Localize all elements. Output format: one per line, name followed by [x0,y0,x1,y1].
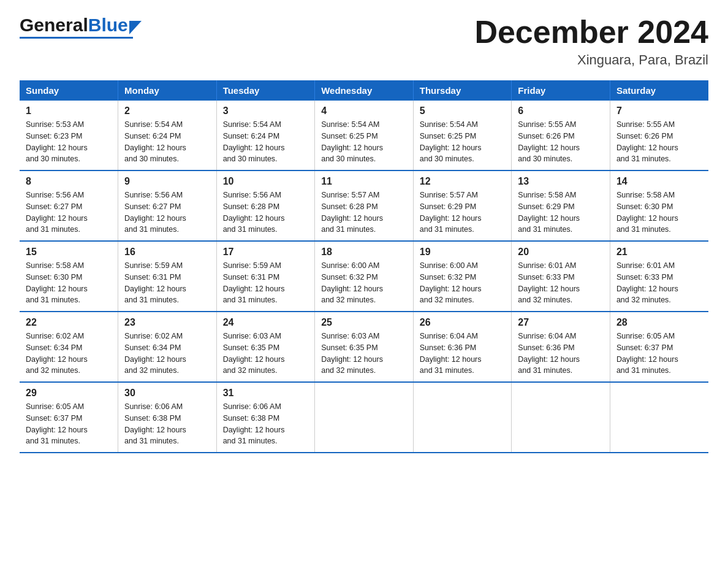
day-number: 3 [223,105,309,117]
day-number: 15 [26,247,112,258]
day-number: 25 [321,317,407,328]
day-cell: 31Sunrise: 6:06 AM Sunset: 6:38 PM Dayli… [216,382,315,453]
day-cell: 22Sunrise: 6:02 AM Sunset: 6:34 PM Dayli… [20,312,118,382]
day-cell: 6Sunrise: 5:55 AM Sunset: 6:26 PM Daylig… [512,101,610,170]
logo-general: General [20,15,88,36]
day-cell: 9Sunrise: 5:56 AM Sunset: 6:27 PM Daylig… [118,170,217,241]
day-info: Sunrise: 5:53 AM Sunset: 6:23 PM Dayligh… [26,119,112,165]
day-number: 23 [124,317,210,328]
title-area: December 2024 Xinguara, Para, Brazil [474,15,708,68]
day-number: 4 [321,105,407,117]
day-number: 18 [321,247,407,258]
main-title: December 2024 [474,15,708,50]
day-cell: 17Sunrise: 5:59 AM Sunset: 6:31 PM Dayli… [216,241,315,312]
day-number: 26 [420,317,506,328]
day-number: 17 [223,247,309,258]
col-sunday: Sunday [20,80,118,101]
col-thursday: Thursday [413,80,512,101]
day-number: 30 [124,388,210,399]
day-info: Sunrise: 5:58 AM Sunset: 6:30 PM Dayligh… [616,190,702,236]
page-header: General Blue December 2024 Xinguara, Par… [20,15,708,68]
day-cell: 16Sunrise: 5:59 AM Sunset: 6:31 PM Dayli… [118,241,217,312]
day-info: Sunrise: 5:57 AM Sunset: 6:29 PM Dayligh… [420,190,506,236]
logo-blue-text: Blue [88,15,128,36]
day-info: Sunrise: 5:58 AM Sunset: 6:30 PM Dayligh… [26,260,112,306]
day-info: Sunrise: 5:58 AM Sunset: 6:29 PM Dayligh… [518,190,604,236]
day-number: 7 [616,105,702,117]
day-number: 28 [616,317,702,328]
day-cell: 18Sunrise: 6:00 AM Sunset: 6:32 PM Dayli… [315,241,414,312]
day-cell: 15Sunrise: 5:58 AM Sunset: 6:30 PM Dayli… [20,241,118,312]
day-cell: 2Sunrise: 5:54 AM Sunset: 6:24 PM Daylig… [118,101,217,170]
day-info: Sunrise: 6:00 AM Sunset: 6:32 PM Dayligh… [321,260,407,306]
day-cell: 8Sunrise: 5:56 AM Sunset: 6:27 PM Daylig… [20,170,118,241]
day-cell: 20Sunrise: 6:01 AM Sunset: 6:33 PM Dayli… [512,241,610,312]
day-cell: 11Sunrise: 5:57 AM Sunset: 6:28 PM Dayli… [315,170,414,241]
day-info: Sunrise: 6:00 AM Sunset: 6:32 PM Dayligh… [420,260,506,306]
day-cell: 30Sunrise: 6:06 AM Sunset: 6:38 PM Dayli… [118,382,217,453]
calendar-table: Sunday Monday Tuesday Wednesday Thursday… [20,80,708,453]
day-cell: 13Sunrise: 5:58 AM Sunset: 6:29 PM Dayli… [512,170,610,241]
day-number: 9 [124,176,210,187]
day-cell [315,382,414,453]
day-info: Sunrise: 5:55 AM Sunset: 6:26 PM Dayligh… [616,119,702,165]
day-number: 11 [321,176,407,187]
calendar-header: Sunday Monday Tuesday Wednesday Thursday… [20,80,708,101]
day-cell: 19Sunrise: 6:00 AM Sunset: 6:32 PM Dayli… [413,241,512,312]
day-info: Sunrise: 5:56 AM Sunset: 6:27 PM Dayligh… [26,190,112,236]
day-number: 19 [420,247,506,258]
logo-arrow-icon [129,21,142,34]
day-info: Sunrise: 5:54 AM Sunset: 6:24 PM Dayligh… [124,119,210,165]
day-info: Sunrise: 5:59 AM Sunset: 6:31 PM Dayligh… [223,260,309,306]
day-cell: 23Sunrise: 6:02 AM Sunset: 6:34 PM Dayli… [118,312,217,382]
day-cell: 12Sunrise: 5:57 AM Sunset: 6:29 PM Dayli… [413,170,512,241]
day-info: Sunrise: 6:05 AM Sunset: 6:37 PM Dayligh… [26,401,112,447]
day-info: Sunrise: 6:01 AM Sunset: 6:33 PM Dayligh… [616,260,702,306]
day-info: Sunrise: 6:05 AM Sunset: 6:37 PM Dayligh… [616,331,702,377]
day-info: Sunrise: 6:04 AM Sunset: 6:36 PM Dayligh… [420,331,506,377]
col-monday: Monday [118,80,217,101]
day-cell: 28Sunrise: 6:05 AM Sunset: 6:37 PM Dayli… [610,312,708,382]
col-wednesday: Wednesday [315,80,414,101]
day-cell: 27Sunrise: 6:04 AM Sunset: 6:36 PM Dayli… [512,312,610,382]
day-number: 22 [26,317,112,328]
day-info: Sunrise: 5:56 AM Sunset: 6:28 PM Dayligh… [223,190,309,236]
calendar-body: 1Sunrise: 5:53 AM Sunset: 6:23 PM Daylig… [20,101,708,453]
header-row: Sunday Monday Tuesday Wednesday Thursday… [20,80,708,101]
day-info: Sunrise: 5:54 AM Sunset: 6:24 PM Dayligh… [223,119,309,165]
day-number: 12 [420,176,506,187]
day-cell [610,382,708,453]
day-info: Sunrise: 6:06 AM Sunset: 6:38 PM Dayligh… [124,401,210,447]
day-info: Sunrise: 6:06 AM Sunset: 6:38 PM Dayligh… [223,401,309,447]
day-number: 8 [26,176,112,187]
day-cell: 4Sunrise: 5:54 AM Sunset: 6:25 PM Daylig… [315,101,414,170]
day-info: Sunrise: 6:04 AM Sunset: 6:36 PM Dayligh… [518,331,604,377]
day-number: 1 [26,105,112,117]
day-number: 13 [518,176,604,187]
day-info: Sunrise: 5:54 AM Sunset: 6:25 PM Dayligh… [420,119,506,165]
day-number: 6 [518,105,604,117]
day-number: 16 [124,247,210,258]
week-row-5: 29Sunrise: 6:05 AM Sunset: 6:37 PM Dayli… [20,382,708,453]
day-number: 29 [26,388,112,399]
day-cell [413,382,512,453]
col-friday: Friday [512,80,610,101]
day-cell: 21Sunrise: 6:01 AM Sunset: 6:33 PM Dayli… [610,241,708,312]
day-info: Sunrise: 5:55 AM Sunset: 6:26 PM Dayligh… [518,119,604,165]
day-number: 31 [223,388,309,399]
week-row-3: 15Sunrise: 5:58 AM Sunset: 6:30 PM Dayli… [20,241,708,312]
day-number: 27 [518,317,604,328]
day-info: Sunrise: 5:56 AM Sunset: 6:27 PM Dayligh… [124,190,210,236]
day-number: 5 [420,105,506,117]
day-info: Sunrise: 6:03 AM Sunset: 6:35 PM Dayligh… [321,331,407,377]
logo-underline [20,37,133,39]
day-cell: 3Sunrise: 5:54 AM Sunset: 6:24 PM Daylig… [216,101,315,170]
day-info: Sunrise: 6:02 AM Sunset: 6:34 PM Dayligh… [124,331,210,377]
subtitle: Xinguara, Para, Brazil [474,52,708,68]
day-info: Sunrise: 6:03 AM Sunset: 6:35 PM Dayligh… [223,331,309,377]
day-info: Sunrise: 6:01 AM Sunset: 6:33 PM Dayligh… [518,260,604,306]
col-tuesday: Tuesday [216,80,315,101]
svg-marker-0 [129,21,142,34]
day-cell: 24Sunrise: 6:03 AM Sunset: 6:35 PM Dayli… [216,312,315,382]
day-cell: 29Sunrise: 6:05 AM Sunset: 6:37 PM Dayli… [20,382,118,453]
